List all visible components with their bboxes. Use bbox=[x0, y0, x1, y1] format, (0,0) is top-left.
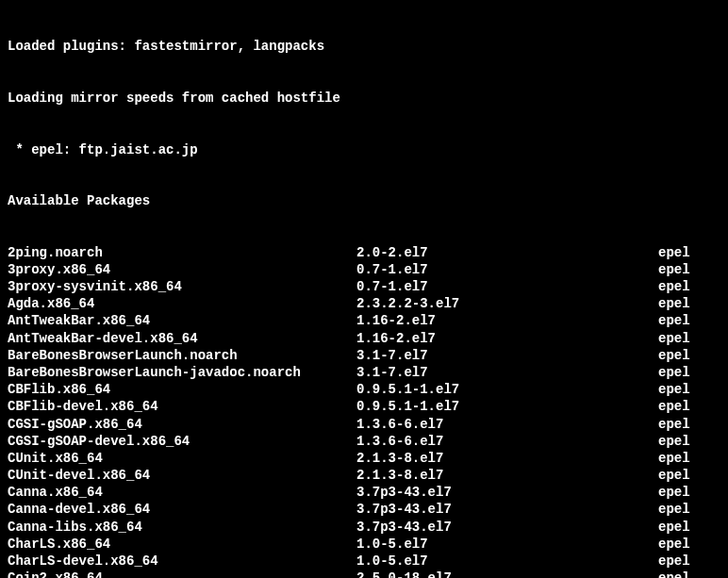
package-repo: epel bbox=[658, 347, 690, 364]
package-repo: epel bbox=[658, 398, 690, 415]
package-row: Agda.x86_642.3.2.2-3.el7epel bbox=[8, 295, 720, 312]
package-name: CharLS-devel.x86_64 bbox=[8, 553, 356, 570]
package-repo: epel bbox=[658, 278, 690, 295]
package-row: Canna-devel.x86_643.7p3-43.el7epel bbox=[8, 501, 720, 518]
loading-line: Loading mirror speeds from cached hostfi… bbox=[8, 90, 720, 107]
package-repo: epel bbox=[658, 364, 690, 381]
package-version: 3.7p3-43.el7 bbox=[356, 484, 658, 501]
package-name: BareBonesBrowserLaunch.noarch bbox=[8, 347, 356, 364]
package-version: 0.9.5.1-1.el7 bbox=[356, 381, 658, 398]
package-version: 2.3.2.2-3.el7 bbox=[356, 295, 658, 312]
package-version: 2.1.3-8.el7 bbox=[356, 467, 658, 484]
package-row: Coin2.x86_642.5.0-18.el7epel bbox=[8, 570, 720, 578]
package-row: BareBonesBrowserLaunch.noarch3.1-7.el7ep… bbox=[8, 347, 720, 364]
package-row: CBFlib.x86_640.9.5.1-1.el7epel bbox=[8, 381, 720, 398]
package-repo: epel bbox=[658, 467, 690, 484]
package-name: Coin2.x86_64 bbox=[8, 570, 356, 578]
package-version: 3.1-7.el7 bbox=[356, 364, 658, 381]
package-name: BareBonesBrowserLaunch-javadoc.noarch bbox=[8, 364, 356, 381]
package-repo: epel bbox=[658, 416, 690, 433]
package-name: CBFlib.x86_64 bbox=[8, 381, 356, 398]
package-row: Canna.x86_643.7p3-43.el7epel bbox=[8, 484, 720, 501]
package-repo: epel bbox=[658, 570, 690, 578]
package-version: 1.0-5.el7 bbox=[356, 553, 658, 570]
package-row: AntTweakBar-devel.x86_641.16-2.el7epel bbox=[8, 330, 720, 347]
package-name: 3proxy-sysvinit.x86_64 bbox=[8, 278, 356, 295]
package-repo: epel bbox=[658, 261, 690, 278]
package-repo: epel bbox=[658, 381, 690, 398]
package-row: CBFlib-devel.x86_640.9.5.1-1.el7epel bbox=[8, 398, 720, 415]
package-name: AntTweakBar.x86_64 bbox=[8, 312, 356, 329]
package-row: Canna-libs.x86_643.7p3-43.el7epel bbox=[8, 519, 720, 536]
package-repo: epel bbox=[658, 501, 690, 518]
package-name: CGSI-gSOAP.x86_64 bbox=[8, 416, 356, 433]
package-version: 1.3.6-6.el7 bbox=[356, 433, 658, 450]
package-row: 3proxy.x86_640.7-1.el7epel bbox=[8, 261, 720, 278]
package-repo: epel bbox=[658, 244, 690, 261]
package-name: Canna.x86_64 bbox=[8, 484, 356, 501]
package-version: 2.0-2.el7 bbox=[356, 244, 658, 261]
package-version: 3.7p3-43.el7 bbox=[356, 519, 658, 536]
package-repo: epel bbox=[658, 536, 690, 553]
package-name: Canna-devel.x86_64 bbox=[8, 501, 356, 518]
package-list: 2ping.noarch2.0-2.el7epel3proxy.x86_640.… bbox=[8, 244, 720, 578]
package-row: CUnit.x86_642.1.3-8.el7epel bbox=[8, 450, 720, 467]
package-row: CharLS-devel.x86_641.0-5.el7epel bbox=[8, 553, 720, 570]
package-name: CBFlib-devel.x86_64 bbox=[8, 398, 356, 415]
package-row: CGSI-gSOAP-devel.x86_641.3.6-6.el7epel bbox=[8, 433, 720, 450]
package-name: 3proxy.x86_64 bbox=[8, 261, 356, 278]
package-repo: epel bbox=[658, 553, 690, 570]
package-row: AntTweakBar.x86_641.16-2.el7epel bbox=[8, 312, 720, 329]
package-version: 3.1-7.el7 bbox=[356, 347, 658, 364]
package-name: Canna-libs.x86_64 bbox=[8, 519, 356, 536]
package-name: CUnit-devel.x86_64 bbox=[8, 467, 356, 484]
package-version: 1.3.6-6.el7 bbox=[356, 416, 658, 433]
terminal-output: Loaded plugins: fastestmirror, langpacks… bbox=[8, 4, 720, 578]
package-repo: epel bbox=[658, 330, 690, 347]
package-name: Agda.x86_64 bbox=[8, 295, 356, 312]
package-row: 2ping.noarch2.0-2.el7epel bbox=[8, 244, 720, 261]
package-repo: epel bbox=[658, 519, 690, 536]
package-row: CUnit-devel.x86_642.1.3-8.el7epel bbox=[8, 467, 720, 484]
available-packages-line: Available Packages bbox=[8, 192, 720, 209]
package-version: 1.16-2.el7 bbox=[356, 312, 658, 329]
package-row: 3proxy-sysvinit.x86_640.7-1.el7epel bbox=[8, 278, 720, 295]
package-name: CGSI-gSOAP-devel.x86_64 bbox=[8, 433, 356, 450]
package-version: 1.16-2.el7 bbox=[356, 330, 658, 347]
package-repo: epel bbox=[658, 295, 690, 312]
package-version: 2.1.3-8.el7 bbox=[356, 450, 658, 467]
package-version: 0.7-1.el7 bbox=[356, 261, 658, 278]
package-repo: epel bbox=[658, 484, 690, 501]
package-row: CharLS.x86_641.0-5.el7epel bbox=[8, 536, 720, 553]
package-repo: epel bbox=[658, 433, 690, 450]
package-version: 2.5.0-18.el7 bbox=[356, 570, 658, 578]
package-name: AntTweakBar-devel.x86_64 bbox=[8, 330, 356, 347]
mirror-line: * epel: ftp.jaist.ac.jp bbox=[8, 141, 720, 158]
package-name: 2ping.noarch bbox=[8, 244, 356, 261]
package-version: 0.9.5.1-1.el7 bbox=[356, 398, 658, 415]
package-row: CGSI-gSOAP.x86_641.3.6-6.el7epel bbox=[8, 416, 720, 433]
package-repo: epel bbox=[658, 312, 690, 329]
package-version: 1.0-5.el7 bbox=[356, 536, 658, 553]
package-repo: epel bbox=[658, 450, 690, 467]
package-row: BareBonesBrowserLaunch-javadoc.noarch3.1… bbox=[8, 364, 720, 381]
package-name: CharLS.x86_64 bbox=[8, 536, 356, 553]
package-version: 3.7p3-43.el7 bbox=[356, 501, 658, 518]
package-name: CUnit.x86_64 bbox=[8, 450, 356, 467]
plugins-line: Loaded plugins: fastestmirror, langpacks bbox=[8, 38, 720, 55]
package-version: 0.7-1.el7 bbox=[356, 278, 658, 295]
